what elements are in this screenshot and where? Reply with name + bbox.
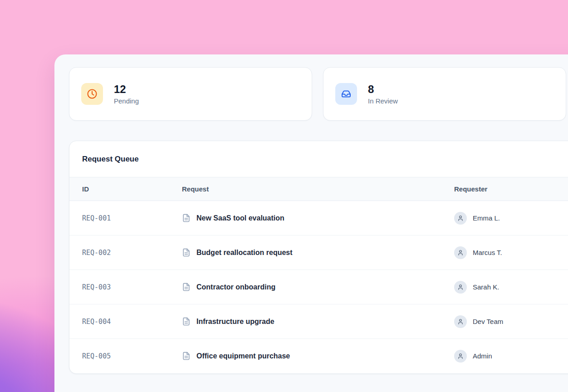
main-panel: 12 Pending 8 In Review Request Queue	[54, 54, 568, 392]
request-title: Office equipment purchase	[196, 352, 290, 360]
request-title: Infrastructure upgrade	[196, 318, 274, 326]
stat-value-in-review: 8	[368, 83, 398, 96]
request-id: REQ-004	[69, 304, 169, 339]
avatar	[454, 212, 467, 225]
stat-label-in-review: In Review	[368, 97, 398, 105]
table-row[interactable]: REQ-002 Budget reallocation request	[69, 235, 568, 270]
stat-card-in-review: 8 In Review	[323, 67, 566, 121]
stat-label-pending: Pending	[114, 97, 139, 105]
request-title: Contractor onboarding	[196, 283, 275, 291]
request-queue-card: Request Queue ID Request Requester REQ-0…	[69, 141, 568, 374]
app-background: { "stats": [ { "value": "12", "label": "…	[0, 0, 568, 392]
stat-card-pending: 12 Pending	[69, 67, 312, 121]
requester-name: Sarah K.	[473, 283, 499, 291]
request-title: Budget reallocation request	[196, 249, 293, 257]
clock-icon	[81, 83, 103, 105]
avatar	[454, 315, 467, 328]
file-text-icon	[182, 214, 191, 222]
table-row[interactable]: REQ-005 Office equipment purchase	[69, 339, 568, 373]
file-text-icon	[182, 317, 191, 326]
requester-name: Dev Team	[473, 318, 503, 325]
column-header-requester: Requester	[441, 177, 568, 201]
avatar	[454, 350, 467, 363]
stat-value-pending: 12	[114, 83, 139, 96]
column-header-id: ID	[69, 177, 169, 201]
file-text-icon	[182, 352, 191, 360]
avatar	[454, 281, 467, 294]
table-header-row: ID Request Requester	[69, 177, 568, 201]
request-id: REQ-001	[69, 201, 169, 235]
inbox-icon	[335, 83, 357, 105]
request-title: New SaaS tool evaluation	[196, 214, 284, 222]
request-id: REQ-005	[69, 339, 169, 373]
stats-grid: 12 Pending 8 In Review	[69, 67, 568, 121]
table-row[interactable]: REQ-003 Contractor onboarding	[69, 270, 568, 304]
table-row[interactable]: REQ-004 Infrastructure upgrade	[69, 304, 568, 339]
requester-name: Admin	[473, 352, 492, 360]
column-header-request: Request	[169, 177, 441, 201]
avatar	[454, 246, 467, 259]
request-table: ID Request Requester REQ-001 New SaaS to…	[69, 177, 568, 373]
requester-name: Marcus T.	[473, 249, 502, 256]
requester-name: Emma L.	[473, 214, 500, 222]
request-id: REQ-003	[69, 270, 169, 304]
request-id: REQ-002	[69, 235, 169, 270]
file-text-icon	[182, 283, 191, 291]
table-row[interactable]: REQ-001 New SaaS tool evaluation	[69, 201, 568, 235]
file-text-icon	[182, 248, 191, 257]
stat-text: 12 Pending	[114, 83, 139, 105]
page-title: Request Queue	[69, 141, 568, 177]
stat-text: 8 In Review	[368, 83, 398, 105]
